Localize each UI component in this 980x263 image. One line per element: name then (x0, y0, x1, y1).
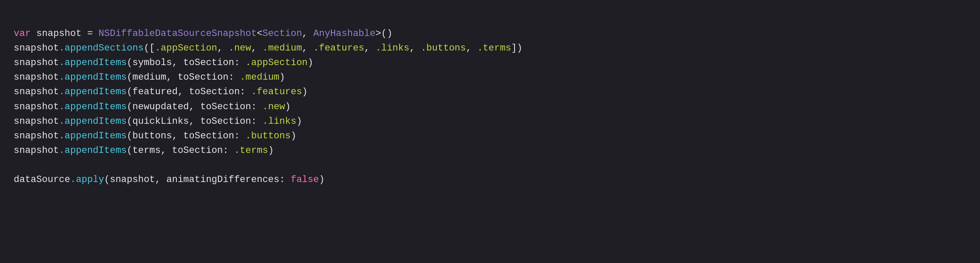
code-line-line4: snapshot.appendItems(medium, toSection: … (14, 70, 966, 85)
code-token: ]) (511, 43, 522, 54)
code-line-line6: snapshot.appendItems(newupdated, toSecti… (14, 100, 966, 114)
code-token: .appendItems (59, 72, 127, 83)
code-token: ( (127, 116, 132, 127)
code-line-line3: snapshot.appendItems(symbols, toSection:… (14, 56, 966, 70)
code-token: snapshot (14, 116, 59, 127)
blank-line (14, 158, 966, 173)
code-token: .appSection (155, 43, 217, 54)
code-token: snapshot (14, 102, 59, 112)
code-token: ) (285, 102, 291, 112)
code-token: , toSection: (172, 131, 246, 141)
code-line-line7: snapshot.appendItems(quickLinks, toSecti… (14, 114, 966, 129)
code-token: .new (229, 43, 251, 54)
code-token: quickLinks (132, 116, 189, 127)
code-token: , animatingDifferences: (155, 174, 291, 185)
code-token: , toSection: (166, 72, 240, 83)
code-token: , toSection: (161, 145, 234, 156)
code-token: .features (251, 87, 302, 97)
code-token: .terms (234, 145, 268, 156)
code-token: .terms (477, 43, 511, 54)
code-token: ( (127, 57, 132, 68)
code-token: .medium (262, 43, 302, 54)
code-token: ( (127, 72, 132, 83)
code-token: snapshot (14, 72, 59, 83)
code-token: .appendItems (59, 57, 127, 68)
code-token: ) (302, 87, 307, 97)
code-token: ) (308, 57, 313, 68)
code-line-line5: snapshot.appendItems(featured, toSection… (14, 85, 966, 99)
code-line-line2: snapshot.appendSections([.appSection, .n… (14, 41, 966, 56)
code-token: ( (127, 145, 132, 156)
code-token: false (291, 174, 319, 185)
code-token: .appendSections (59, 43, 144, 54)
code-token: , toSection: (189, 102, 262, 112)
code-token: .appendItems (59, 145, 127, 156)
code-token: .appendItems (59, 131, 127, 141)
code-token: snapshot (110, 174, 155, 185)
code-token: snapshot (14, 87, 59, 97)
code-token: ) (268, 145, 274, 156)
code-token: ) (319, 174, 325, 185)
code-token: var (14, 28, 31, 39)
code-token: , (217, 43, 228, 54)
code-token: = (87, 28, 98, 39)
code-token: .links (262, 116, 296, 127)
code-token: , toSection: (178, 87, 251, 97)
code-token: medium (132, 72, 166, 83)
code-token: dataSource (14, 174, 70, 185)
code-token: ) (280, 72, 285, 83)
code-token: .new (262, 102, 285, 112)
code-token: ) (291, 131, 296, 141)
code-token: >() (375, 28, 393, 39)
code-token: snapshot (31, 28, 87, 39)
code-token: < (257, 28, 262, 39)
code-token: buttons (132, 131, 172, 141)
code-token: terms (132, 145, 161, 156)
code-token: .buttons (245, 131, 291, 141)
code-token: .appendItems (59, 102, 127, 112)
code-token: .links (375, 43, 409, 54)
code-token: .appSection (245, 57, 307, 68)
code-token: snapshot (14, 131, 59, 141)
code-token: , (302, 43, 313, 54)
code-token: symbols (132, 57, 172, 68)
code-token: Section (262, 28, 302, 39)
code-token: , (251, 43, 262, 54)
code-token: .appendItems (59, 87, 127, 97)
code-token: , (466, 43, 477, 54)
code-token: , toSection: (172, 57, 246, 68)
code-token: .medium (240, 72, 279, 83)
code-token: , toSection: (189, 116, 262, 127)
code-token: AnyHashable (313, 28, 375, 39)
code-token: .appendItems (59, 116, 127, 127)
code-line-line8: snapshot.appendItems(buttons, toSection:… (14, 129, 966, 143)
code-token: ( (127, 87, 132, 97)
code-editor: var snapshot = NSDiffableDataSourceSnaps… (14, 12, 966, 187)
code-token: , (302, 28, 313, 39)
code-token: .features (313, 43, 364, 54)
code-token: .buttons (421, 43, 466, 54)
code-token: NSDiffableDataSourceSnapshot (98, 28, 257, 39)
code-token: snapshot (14, 145, 59, 156)
code-token: , (409, 43, 420, 54)
code-token: snapshot (14, 57, 59, 68)
code-token: snapshot (14, 43, 59, 54)
code-token: ( (104, 174, 110, 185)
code-line-line1: var snapshot = NSDiffableDataSourceSnaps… (14, 27, 966, 41)
code-token: ([ (144, 43, 155, 54)
code-token: newupdated (132, 102, 189, 112)
code-token: , (364, 43, 375, 54)
code-token: .apply (70, 174, 104, 185)
code-token: featured (132, 87, 178, 97)
code-line-line11: dataSource.apply(snapshot, animatingDiff… (14, 173, 966, 187)
code-token: ( (127, 102, 132, 112)
code-line-line9: snapshot.appendItems(terms, toSection: .… (14, 143, 966, 158)
code-token: ( (127, 131, 132, 141)
code-token: ) (296, 116, 302, 127)
